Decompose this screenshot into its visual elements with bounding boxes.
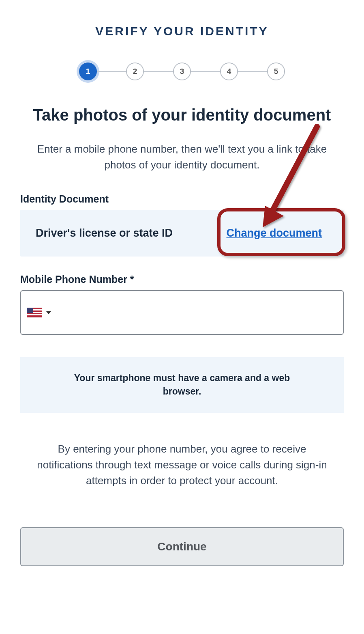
step-5: 5 xyxy=(267,63,285,80)
step-1: 1 xyxy=(79,63,97,80)
continue-button[interactable]: Continue xyxy=(20,527,344,566)
country-code-select[interactable] xyxy=(27,308,56,317)
smartphone-requirement-notice: Your smartphone must have a camera and a… xyxy=(20,357,344,413)
step-connector xyxy=(144,71,173,72)
step-connector xyxy=(238,71,267,72)
step-3: 3 xyxy=(173,63,191,80)
section-description: Enter a mobile phone number, then we'll … xyxy=(20,141,344,173)
identity-document-box: Driver's license or state ID Change docu… xyxy=(20,210,344,257)
step-connector xyxy=(97,71,126,72)
section-heading: Take photos of your identity document xyxy=(20,105,344,125)
progress-stepper: 1 2 3 4 5 xyxy=(20,63,344,80)
phone-number-field[interactable] xyxy=(56,291,337,334)
chevron-down-icon xyxy=(46,311,51,314)
phone-input-group[interactable] xyxy=(20,290,344,335)
change-document-link[interactable]: Change document xyxy=(220,224,328,243)
consent-text: By entering your phone number, you agree… xyxy=(20,441,344,489)
step-connector xyxy=(191,71,220,72)
step-2: 2 xyxy=(126,63,144,80)
us-flag-icon xyxy=(27,308,42,317)
phone-number-label: Mobile Phone Number * xyxy=(20,274,344,285)
identity-document-value: Driver's license or state ID xyxy=(36,227,173,239)
identity-document-label: Identity Document xyxy=(20,193,344,205)
page-title: VERIFY YOUR IDENTITY xyxy=(20,24,344,38)
step-4: 4 xyxy=(220,63,238,80)
